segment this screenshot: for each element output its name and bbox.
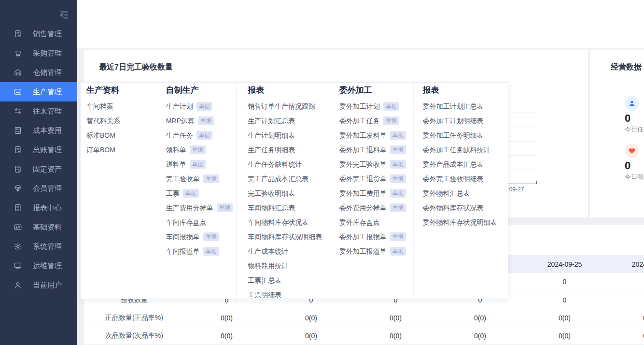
document-badge: 单据 [390,145,406,154]
collapse-menu-icon[interactable] [58,9,70,21]
menu-item[interactable]: 委外加工计划汇总表 [422,99,508,114]
sidebar-item-sales[interactable]: 销售管理 [0,24,77,43]
menu-item[interactable]: 委外物料库存状况表 [422,201,508,215]
diamond-icon [14,184,22,193]
menu-item[interactable]: 车间报损单单据 [166,230,237,244]
sidebar-item-ops[interactable]: 运维管理 [0,256,77,275]
menu-item-label: 车间物料汇总表 [248,204,295,212]
menu-item[interactable]: 退料单单据 [166,157,237,172]
document-badge: 单据 [390,247,406,256]
menu-item[interactable]: 生产任务缺料统计 [248,157,333,172]
stat-block-0: 0今日任务 [625,96,644,133]
menu-item[interactable]: 工票单据 [166,186,237,201]
menu-item-label: 完工产品成本汇总表 [248,175,308,183]
sidebar-item-general-ledger[interactable]: 总账管理 [0,140,77,159]
user-icon [14,281,22,289]
menu-item[interactable]: 领料单单据 [166,143,237,157]
sidebar-item-system[interactable]: 系统管理 [0,237,77,256]
menu-item[interactable]: 委外完工验收单单据 [339,157,414,172]
menu-item-label: 车间物料库存状况表 [248,218,308,226]
table-cell: 0(0) [269,327,353,345]
sidebar-item-label: 当前用户 [33,281,62,290]
menu-item[interactable]: 车间物料汇总表 [248,201,333,215]
menu-item[interactable]: 车间物料库存状况明细表 [248,230,333,244]
menu-item[interactable]: 生产任务单据 [166,128,237,143]
menu-item[interactable]: 委外库存盘点 [339,215,414,230]
menu-item[interactable]: 生产成本统计 [248,244,333,259]
menu-item[interactable]: 车间档案 [86,99,157,114]
menu-item[interactable]: 工票明细表 [248,288,333,302]
document-badge: 单据 [390,189,406,198]
menu-item[interactable]: 替代料关系 [86,114,157,128]
menu-item[interactable]: 委外加工任务缺料统计 [422,143,508,157]
menu-item-label: 完工验收单 [166,175,200,183]
sidebar-item-warehouse[interactable]: 仓储管理 [0,63,77,82]
menu-item[interactable]: 车间库存盘点 [166,215,237,230]
stat-label: 今日领料 [625,173,644,181]
menu-item-label: 替代料关系 [86,117,120,125]
document-badge: 单据 [390,131,406,140]
menu-item[interactable]: 委外物料汇总表 [422,186,508,201]
doc-check-icon [14,165,22,173]
menu-item-label: 车间物料库存状况明细表 [248,233,322,241]
menu-item[interactable]: 完工验收明细表 [248,186,333,201]
sidebar-item-cost-expense[interactable]: 成本费用 [0,121,77,140]
chart-x-tick-label: 09-27 [505,186,528,193]
menu-item[interactable]: 委外完工验收明细表 [422,172,508,186]
sidebar-item-production[interactable]: 生产管理 [0,82,77,101]
menu-item[interactable]: 委外加工计划单据 [339,99,414,114]
menu-item[interactable]: 生产费用分摊单单据 [166,201,237,215]
sidebar-item-label: 销售管理 [33,29,62,39]
sidebar-item-current-user[interactable]: 当前用户 [0,275,77,295]
table-cell: 0 [607,291,644,309]
menu-item[interactable]: 委外加工任务明细表 [422,128,508,143]
sidebar-item-base-data[interactable]: 基础资料 [0,217,77,237]
menu-item[interactable]: 委外加工任务单据 [339,114,414,128]
table-cell: 0(0) [353,327,438,345]
sidebar: 销售管理采购管理仓储管理生产管理往来管理成本费用总账管理固定资产会员管理报表中心… [0,0,77,345]
menu-item-label: 生产计划汇总表 [248,117,295,125]
menu-item[interactable]: 生产计划汇总表 [248,114,333,128]
menu-item[interactable]: MRP运算单据 [166,114,237,128]
menu-item[interactable]: 委外物料库存状况明细表 [422,215,508,230]
menu-item[interactable]: 委外产品成本汇总表 [422,157,508,172]
sidebar-item-label: 报表中心 [33,203,62,213]
table-cell: 0(0) [438,309,522,327]
document-badge: 单据 [198,116,214,125]
sidebar-item-membership[interactable]: 会员管理 [0,179,77,198]
menu-item[interactable]: 销售订单生产情况跟踪 [248,99,333,114]
menu-item[interactable]: 委外加工报溢单单据 [339,244,414,259]
menu-item-label: 订单BOM [86,146,115,154]
menu-item[interactable]: 车间物料库存状况表 [248,215,333,230]
sidebar-item-purchase[interactable]: 采购管理 [0,43,77,63]
menu-item[interactable]: 生产计划明细表 [248,128,333,143]
menu-item[interactable]: 生产任务明细表 [248,143,333,157]
menu-item[interactable]: 委外加工费用单单据 [339,186,414,201]
menu-item[interactable]: 委外费用分摊单单据 [339,201,414,215]
menu-item[interactable]: 标准BOM [86,128,157,143]
menu-item-label: 工票 [166,189,180,197]
menu-item[interactable]: 委外加工发料单单据 [339,128,414,143]
sidebar-item-transactions[interactable]: 往来管理 [0,101,77,121]
menu-column-4: 报表委外加工计划汇总表委外加工计划明细表委外加工任务明细表委外加工任务缺料统计委… [414,83,508,299]
report-doc-icon [14,203,22,212]
menu-item[interactable]: 生产计划单据 [166,99,237,114]
menu-item[interactable]: 车间报溢单单据 [166,244,237,259]
menu-item[interactable]: 工票汇总表 [248,273,333,288]
menu-item[interactable]: 委外加工退料单单据 [339,143,414,157]
menu-item[interactable]: 完工验收单单据 [166,172,237,186]
menu-item[interactable]: 完工产品成本汇总表 [248,172,333,186]
menu-item[interactable]: 委外完工退货单单据 [339,172,414,186]
menu-item[interactable]: 物料耗用统计 [248,259,333,273]
sidebar-item-report-center[interactable]: 报表中心 [0,198,77,217]
document-badge: 单据 [203,247,219,256]
document-badge: 单据 [203,232,219,241]
sidebar-item-label: 成本费用 [33,126,62,135]
table-cell: 0(0) [353,309,438,327]
menu-item[interactable]: 委外加工计划明细表 [422,114,508,128]
sidebar-item-fixed-assets[interactable]: 固定资产 [0,159,77,179]
menu-column-header: 报表 [248,86,333,95]
menu-item[interactable]: 订单BOM [86,143,157,157]
menu-item-label: 生产任务 [166,131,193,139]
menu-item[interactable]: 委外加工报损单单据 [339,230,414,244]
